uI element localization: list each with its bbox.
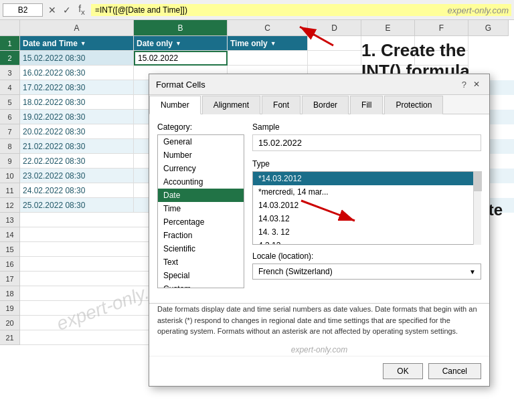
cancel-button[interactable]: Cancel (428, 363, 481, 379)
category-fraction[interactable]: Fraction (158, 229, 244, 242)
cell-a3[interactable]: 16.02.2022 08:30 (20, 66, 134, 80)
row-number: 10 (0, 169, 20, 183)
locale-wrapper: French (Switzerland) (252, 264, 481, 280)
description-section: Date formats display date and time seria… (149, 303, 489, 344)
type-list-wrapper: *14.03.2012 *mercredi, 14 mar... 14.03.2… (252, 171, 481, 245)
tab-border[interactable]: Border (302, 96, 349, 114)
type-item-5[interactable]: 4.3.12 (253, 239, 481, 245)
row-number: 5 (0, 95, 20, 110)
dialog-help-icon[interactable]: ? (462, 80, 466, 90)
row-number: 16 (0, 257, 20, 272)
cell-a6[interactable]: 19.02.2022 08:30 (20, 110, 134, 124)
cell-d2[interactable] (308, 51, 361, 66)
tab-alignment[interactable]: Alignment (202, 96, 260, 114)
row-number: 18 (0, 286, 20, 301)
category-currency[interactable]: Currency (158, 162, 244, 175)
row-number: 7 (0, 124, 20, 139)
insert-function-btn[interactable]: fx (75, 3, 88, 17)
tab-font[interactable]: Font (262, 96, 301, 114)
category-general[interactable]: General (158, 135, 244, 148)
dropdown-arrow-c[interactable]: ▼ (270, 40, 276, 47)
row-number: 12 (0, 198, 20, 213)
tab-protection[interactable]: Protection (384, 96, 443, 114)
type-list[interactable]: *14.03.2012 *mercredi, 14 mar... 14.03.2… (252, 171, 481, 245)
cell-b1[interactable]: Date only ▼ (134, 36, 228, 51)
dropdown-arrow-b[interactable]: ▼ (175, 40, 181, 47)
category-section: Category: General Number Currency Accoun… (157, 122, 244, 288)
cell-c1[interactable]: Time only ▼ (228, 36, 308, 51)
row-number: 19 (0, 301, 20, 316)
cell-a4[interactable]: 17.02.2022 08:30 (20, 80, 134, 95)
dialog-footer: OK Cancel (149, 356, 489, 386)
col-header-g[interactable]: G (468, 20, 509, 36)
cell-a9[interactable]: 22.02.2022 08:30 (20, 154, 134, 169)
tab-fill[interactable]: Fill (350, 96, 383, 114)
watermark-top: expert-only.com (447, 5, 509, 15)
category-scientific[interactable]: Scientific (158, 242, 244, 255)
category-percentage[interactable]: Percentage (158, 215, 244, 229)
row-number: 2 (0, 51, 20, 66)
category-number[interactable]: Number (158, 148, 244, 162)
locale-select[interactable]: French (Switzerland) (252, 264, 481, 280)
category-custom[interactable]: Custom (158, 282, 244, 288)
col-header-e[interactable]: E (361, 20, 415, 36)
category-label: Category: (157, 122, 244, 132)
type-item-1[interactable]: *mercredi, 14 mar... (253, 185, 481, 199)
cell-d1[interactable] (308, 36, 361, 51)
row-number: 14 (0, 227, 20, 242)
cell-a10[interactable]: 23.02.2022 08:30 (20, 169, 134, 183)
row-number: 13 (0, 213, 20, 227)
row-number: 4 (0, 80, 20, 95)
dropdown-arrow-a[interactable]: ▼ (80, 40, 86, 47)
dialog-watermark: expert-only.com (149, 344, 489, 356)
tab-number[interactable]: Number (149, 96, 201, 114)
col-header-f[interactable]: F (415, 20, 468, 36)
type-item-2[interactable]: 14.03.2012 (253, 199, 481, 212)
cancel-formula-btn[interactable]: ✕ (46, 3, 59, 17)
cell-a1[interactable]: Date and Time ▼ (20, 36, 134, 51)
dialog-tabs: Number Alignment Font Border Fill Protec… (149, 95, 489, 114)
cell-c2[interactable] (228, 51, 308, 66)
row-number: 11 (0, 183, 20, 198)
cell-reference[interactable]: B2 (3, 3, 43, 17)
cell-a11[interactable]: 24.02.2022 08:30 (20, 183, 134, 198)
col-header-b[interactable]: B (134, 20, 228, 36)
locale-section: Locale (location): French (Switzerland) (252, 251, 481, 280)
formula-buttons: ✕ ✓ fx (46, 3, 88, 17)
dialog-close-button[interactable]: ✕ (470, 78, 483, 90)
row-number: 9 (0, 154, 20, 169)
type-item-3[interactable]: 14.03.12 (253, 212, 481, 225)
cell-a8[interactable]: 21.02.2022 08:30 (20, 139, 134, 154)
formula-bar: B2 ✕ ✓ fx =INT([@[Date and Time]]) (0, 0, 514, 20)
row-number: 21 (0, 330, 20, 345)
sample-section: Sample 15.02.2022 (252, 122, 481, 151)
type-item-4[interactable]: 14. 3. 12 (253, 225, 481, 239)
col-header-d[interactable]: D (308, 20, 361, 36)
row-number: 3 (0, 66, 20, 80)
category-text[interactable]: Text (158, 255, 244, 269)
col-header-a[interactable]: A (20, 20, 134, 36)
row-number: 20 (0, 316, 20, 330)
cell-a5[interactable]: 18.02.2022 08:30 (20, 95, 134, 110)
locale-label: Locale (location): (252, 251, 481, 261)
col-header-c[interactable]: C (228, 20, 308, 36)
sample-box: 15.02.2022 (252, 134, 481, 151)
cell-a12[interactable]: 25.02.2022 08:30 (20, 198, 134, 213)
sample-label: Sample (252, 122, 481, 132)
category-date[interactable]: Date (158, 189, 244, 202)
category-accounting[interactable]: Accounting (158, 175, 244, 189)
confirm-formula-btn[interactable]: ✓ (60, 3, 74, 17)
column-headers: A B C D E F G (0, 20, 509, 36)
type-item-0[interactable]: *14.03.2012 (253, 172, 481, 185)
category-special[interactable]: Special (158, 269, 244, 282)
type-list-scrollbar[interactable] (473, 171, 481, 245)
ok-button[interactable]: OK (383, 363, 422, 379)
dialog-title: Format Cells (156, 80, 205, 90)
cell-b2[interactable]: 15.02.2022 (134, 51, 228, 66)
dialog-body: Category: General Number Currency Accoun… (149, 114, 489, 296)
cell-a7[interactable]: 20.02.2022 08:30 (20, 124, 134, 139)
category-time[interactable]: Time (158, 202, 244, 215)
cell-a2[interactable]: 15.02.2022 08:30 (20, 51, 134, 66)
row-number: 6 (0, 110, 20, 124)
category-list[interactable]: General Number Currency Accounting Date … (157, 134, 244, 288)
